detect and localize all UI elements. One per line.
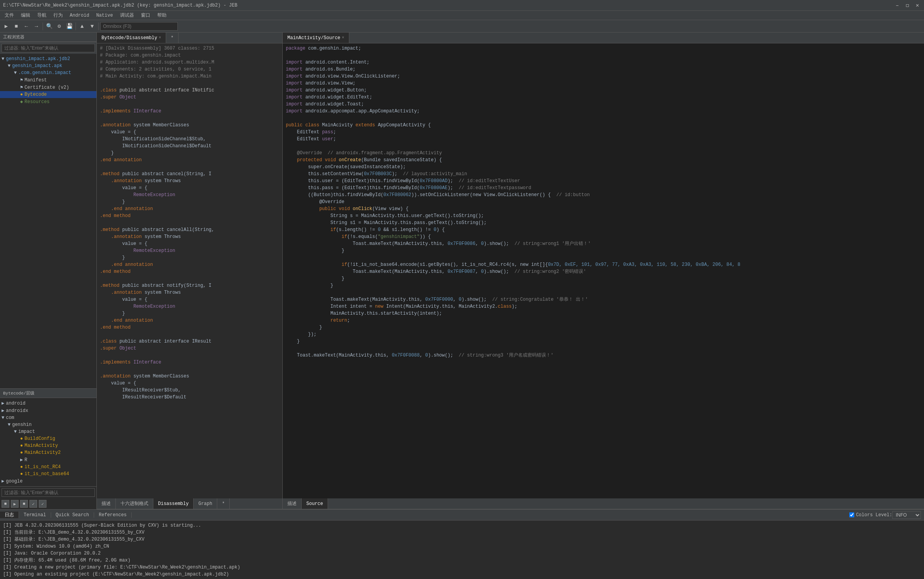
tab-source-describe[interactable]: 描述	[283, 498, 302, 509]
tab-bytecode-extra[interactable]: *	[166, 33, 179, 43]
tree-item-package[interactable]: ▼ .com.genshin.impact	[0, 69, 96, 76]
tree-impact[interactable]: ▼ impact	[0, 428, 96, 435]
source-line: if(s.length() != 0 && s1.length() != 0) …	[283, 226, 924, 233]
source-code-area[interactable]: package com.genshin.impact; import andro…	[283, 43, 924, 498]
toolbar-btn-3[interactable]: ←	[22, 22, 31, 31]
minimize-button[interactable]: –	[894, 2, 901, 9]
log-area: [I] JEB 4.32.0.202306131555 (Super-Black…	[0, 520, 924, 579]
source-panel: MainActivity/Source × package com.genshi…	[283, 33, 924, 509]
tab-bytecode-disassembly[interactable]: Bytecode/Disassembly ×	[97, 33, 166, 43]
tree-android[interactable]: ▶ android	[0, 400, 96, 407]
menu-native[interactable]: Native	[93, 12, 116, 19]
menu-action[interactable]: 行为	[50, 11, 66, 19]
tree-item-certificate[interactable]: ⚑ Certificate (v2)	[0, 84, 96, 91]
code-line: # Application: android.support.multidex.…	[97, 59, 282, 66]
project-filter-input[interactable]	[2, 44, 95, 52]
code-line: .end method	[97, 324, 282, 331]
toolbar: ▶ ■ ← → 🔍 ⚙ 💾 ▲ ▼	[0, 20, 924, 33]
panel-left: 工程浏览器 ▼ genshin_impact.apk.jdb2 ▼ genshi…	[0, 33, 97, 509]
tree-item-resources[interactable]: ◆ Resources	[0, 98, 96, 105]
tab-describe[interactable]: 描述	[97, 498, 116, 509]
menu-file[interactable]: 文件	[2, 11, 17, 19]
tree-item-root[interactable]: ▼ genshin_impact.apk.jdb2	[0, 55, 96, 62]
toolbar-btn-8[interactable]: ▲	[77, 22, 87, 31]
top-filter-box	[0, 42, 96, 54]
toolbar-btn-5[interactable]: 🔍	[45, 22, 54, 31]
code-line: .end annotation	[97, 157, 282, 164]
tab-label: 日志	[5, 512, 14, 518]
menu-debugger[interactable]: 调试器	[117, 11, 137, 19]
bytecode-tab-header: Bytecode/Disassembly × *	[97, 33, 282, 43]
tab-references[interactable]: References	[94, 512, 132, 518]
source-line: Toast.makeText(MainActivity.this, 0x7F0F…	[283, 352, 924, 359]
tree-label: genshin_impact.apk.jdb2	[6, 56, 70, 62]
tab-close-bytecode[interactable]: ×	[159, 36, 161, 40]
tree-label: it_is_not_base64	[24, 471, 69, 477]
tree-it-is-not-rc4[interactable]: ● it_is_not_RC4	[0, 464, 96, 470]
layers-btn-4[interactable]: ✓	[29, 500, 37, 508]
tab-extra[interactable]: *	[217, 498, 230, 509]
tab-quick-search[interactable]: Quick Search	[51, 512, 94, 518]
tab-mainactivity-source[interactable]: MainActivity/Source ×	[283, 33, 349, 43]
tab-close-source[interactable]: ×	[342, 36, 344, 40]
code-line: value = {	[97, 129, 282, 136]
menu-android[interactable]: Android	[67, 12, 92, 19]
tree-androidx[interactable]: ▶ androidx	[0, 407, 96, 414]
toolbar-btn-9[interactable]: ▼	[88, 22, 97, 31]
layers-btn-3[interactable]: ■	[20, 500, 28, 508]
tab-graph[interactable]: Graph	[194, 498, 217, 509]
source-line	[283, 143, 924, 150]
tab-label: Quick Search	[56, 512, 89, 518]
source-line: String s1 = MainActivity.this.pass.getTe…	[283, 219, 924, 226]
layers-filter-input[interactable]	[2, 488, 95, 497]
toolbar-btn-6[interactable]: ⚙	[55, 22, 64, 31]
source-line: }	[283, 275, 924, 282]
resources-icon: ◆	[20, 99, 23, 105]
toolbar-btn-2[interactable]: ■	[12, 22, 21, 31]
manifest-icon: ⚑	[20, 77, 23, 83]
tree-genshin[interactable]: ▼ genshin	[0, 421, 96, 428]
menu-window[interactable]: 窗口	[138, 11, 153, 19]
source-line: }	[283, 247, 924, 254]
tab-disassembly[interactable]: Disassembly	[153, 498, 194, 509]
toolbar-btn-7[interactable]: 💾	[65, 22, 74, 31]
tab-source-source[interactable]: Source	[302, 498, 328, 509]
tree-item-manifest[interactable]: ⚑ Manifest	[0, 76, 96, 84]
layers-btn-5[interactable]: ✓	[39, 500, 46, 508]
layers-btn-2[interactable]: ▶	[11, 500, 19, 508]
tree-google[interactable]: ▶ google	[0, 477, 96, 485]
tree-label: impact	[18, 429, 35, 434]
log-line: [I] Creating a new project (primary file…	[3, 564, 921, 571]
bottom-tab-row: 日志 Terminal Quick Search References Colo…	[0, 510, 924, 520]
colors-checkbox[interactable]	[849, 512, 854, 517]
bytecode-code-area[interactable]: # [Dalvik Disassembly] 3607 classes: 271…	[97, 43, 282, 498]
toolbar-btn-4[interactable]: →	[32, 22, 41, 31]
tree-com[interactable]: ▼ com	[0, 414, 96, 421]
omnibox-input[interactable]	[100, 22, 178, 31]
tree-label: android	[6, 401, 25, 406]
tree-item-bytecode[interactable]: ● Bytecode	[0, 91, 96, 98]
tab-terminal[interactable]: Terminal	[19, 512, 51, 518]
maximize-button[interactable]: ◻	[904, 2, 911, 9]
menu-edit[interactable]: 编辑	[18, 11, 33, 19]
tree-label: it_is_not_RC4	[24, 464, 61, 470]
tree-mainactivity2[interactable]: ● MainActivity2	[0, 449, 96, 456]
code-line: .annotation system Throws	[97, 233, 282, 240]
tab-log[interactable]: 日志	[0, 512, 19, 518]
tab-hex[interactable]: 十六进制格式	[116, 498, 153, 509]
log-level-select[interactable]: INFO DEBUG WARN ERROR	[892, 511, 921, 519]
menu-help[interactable]: 帮助	[154, 11, 170, 19]
menu-nav[interactable]: 导航	[34, 11, 50, 19]
code-line: IResultReceiver$Default	[97, 394, 282, 401]
close-button[interactable]: ✕	[914, 2, 921, 9]
tree-buildconfig[interactable]: ● BuildConfig	[0, 435, 96, 442]
tree-mainactivity[interactable]: ● MainActivity	[0, 442, 96, 449]
tree-it-is-not-base64[interactable]: ● it_is_not_base64	[0, 470, 96, 477]
code-line: # Package: com.genshin.impact	[97, 52, 282, 59]
tree-r[interactable]: ▶ R	[0, 456, 96, 464]
toolbar-btn-1[interactable]: ▶	[2, 22, 11, 31]
tree-item-apk[interactable]: ▼ genshin_impact.apk	[0, 62, 96, 69]
code-line: .implements IInterface	[97, 108, 282, 115]
layers-btn-1[interactable]: ■	[2, 500, 9, 508]
source-line	[283, 52, 924, 59]
